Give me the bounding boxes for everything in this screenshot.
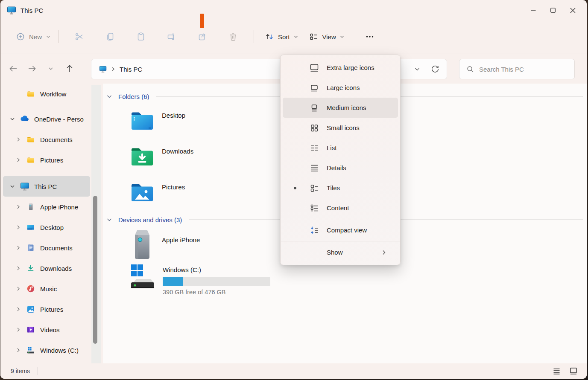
- music-icon: [26, 284, 35, 293]
- refresh-button[interactable]: [426, 60, 444, 78]
- toolbar-divider: [355, 30, 355, 43]
- small-icons-icon: [309, 123, 320, 133]
- this-pc-icon: [20, 182, 29, 191]
- tiles-view-icon: [309, 183, 320, 193]
- copy-button[interactable]: [95, 25, 126, 49]
- chevron-right-icon[interactable]: [15, 285, 22, 292]
- search-icon: [466, 65, 474, 73]
- chevron-right-icon[interactable]: [15, 326, 22, 333]
- large-thumbnails-view-toggle[interactable]: [567, 365, 580, 377]
- menu-separator: [281, 241, 400, 241]
- chevron-right-icon[interactable]: [15, 265, 22, 272]
- plus-circle-icon: [16, 32, 25, 41]
- sidebar-item-videos[interactable]: Videos: [3, 319, 90, 340]
- chevron-down-icon: [106, 217, 112, 223]
- sidebar-item-apple-iphone[interactable]: Apple iPhone: [3, 197, 90, 217]
- share-button[interactable]: [187, 25, 218, 49]
- cut-button[interactable]: [64, 25, 95, 49]
- chevron-right-icon[interactable]: [15, 136, 22, 143]
- search-box[interactable]: [459, 59, 575, 79]
- search-input[interactable]: [479, 66, 570, 73]
- share-icon: [197, 32, 208, 42]
- folder-tile-downloads[interactable]: Downloads: [129, 143, 193, 171]
- thumbnail-icon: [569, 367, 578, 375]
- new-button[interactable]: New: [13, 25, 53, 49]
- menu-item-list[interactable]: List: [283, 138, 398, 158]
- arrow-right-icon: [27, 64, 37, 73]
- breadcrumb[interactable]: This PC: [120, 66, 142, 73]
- chevron-right-icon[interactable]: [15, 347, 22, 354]
- trash-icon: [228, 32, 238, 42]
- menu-item-large-icons[interactable]: Large icons: [283, 78, 398, 98]
- menu-item-details[interactable]: Details: [283, 158, 398, 178]
- details-view-icon: [309, 163, 320, 173]
- forward-button[interactable]: [23, 59, 41, 78]
- downloads-folder-icon: [129, 143, 156, 171]
- back-button[interactable]: [4, 59, 23, 78]
- sidebar-item-documents[interactable]: Documents: [3, 238, 90, 258]
- folder-tile-pictures[interactable]: Pictures: [129, 179, 185, 207]
- menu-item-tiles[interactable]: Tiles: [283, 178, 398, 198]
- paste-button[interactable]: [126, 25, 156, 49]
- medium-icons-icon: [309, 103, 320, 113]
- chevron-right-icon[interactable]: [15, 203, 22, 210]
- chevron-right-icon[interactable]: [15, 224, 22, 231]
- sidebar-item-pictures[interactable]: Pictures: [3, 299, 90, 319]
- chevron-right-icon[interactable]: [15, 244, 22, 251]
- chevron-down-icon[interactable]: [9, 183, 16, 190]
- chevron-down-icon: [46, 34, 51, 39]
- details-view-toggle[interactable]: [550, 365, 563, 377]
- sidebar-item-downloads[interactable]: Downloads: [3, 258, 90, 278]
- windows-drive-icon: [26, 345, 35, 355]
- chevron-down-icon[interactable]: [9, 116, 16, 122]
- iphone-device-icon: [129, 229, 156, 261]
- maximize-button[interactable]: [543, 0, 563, 20]
- sort-button[interactable]: Sort: [259, 25, 304, 49]
- history-dropdown-button[interactable]: [41, 59, 60, 78]
- device-tile-apple-iphone[interactable]: Apple iPhone: [129, 229, 200, 261]
- large-icons-icon: [309, 83, 320, 93]
- sidebar-item-workflow[interactable]: Workflow: [3, 84, 90, 104]
- rename-button[interactable]: [156, 25, 187, 49]
- toolbar-divider: [59, 30, 59, 43]
- menu-item-compact-view[interactable]: Compact view: [283, 220, 398, 240]
- device-tile-windows-c[interactable]: Windows (C:) 390 GB free of 476 GB: [129, 264, 270, 296]
- sidebar-item-this-pc[interactable]: This PC: [3, 176, 90, 197]
- desktop-icon: [26, 223, 35, 232]
- view-dropdown-menu: Extra large icons Large icons Medium ico…: [280, 55, 401, 265]
- sidebar-item-onedrive[interactable]: OneDrive - Perso: [3, 109, 90, 129]
- chevron-right-icon[interactable]: [15, 306, 22, 313]
- sidebar-item-desktop[interactable]: Desktop: [3, 217, 90, 238]
- more-button[interactable]: [360, 25, 379, 49]
- sidebar-scrollbar-thumb[interactable]: [93, 196, 97, 344]
- videos-icon: [26, 325, 35, 334]
- address-dropdown-button[interactable]: [408, 60, 426, 78]
- sidebar-item-documents-onedrive[interactable]: Documents: [3, 129, 90, 150]
- arrow-up-icon: [65, 64, 74, 73]
- chevron-down-icon: [339, 34, 345, 39]
- menu-item-content[interactable]: Content: [283, 198, 398, 218]
- sidebar-item-music[interactable]: Music: [3, 278, 90, 299]
- menu-item-show[interactable]: Show: [283, 242, 398, 262]
- menu-item-small-icons[interactable]: Small icons: [283, 118, 398, 138]
- drive-name: Windows (C:): [163, 266, 270, 273]
- folder-tile-desktop[interactable]: Desktop: [129, 107, 185, 136]
- minimize-button[interactable]: [524, 0, 543, 20]
- folder-icon: [26, 155, 35, 165]
- chevron-right-icon: [381, 249, 387, 255]
- menu-item-extra-large-icons[interactable]: Extra large icons: [283, 58, 398, 78]
- navigation-pane: Workflow OneDrive - Perso Documents Pict…: [0, 84, 102, 363]
- menu-item-medium-icons[interactable]: Medium icons: [283, 98, 398, 118]
- pointer-marker: [200, 14, 204, 28]
- up-button[interactable]: [60, 59, 79, 78]
- sidebar-item-windows-c[interactable]: Windows (C:): [3, 340, 90, 360]
- sidebar-scrollbar-track[interactable]: [91, 85, 101, 363]
- sidebar-item-pictures-onedrive[interactable]: Pictures: [3, 150, 90, 170]
- view-button[interactable]: View: [304, 25, 350, 49]
- close-button[interactable]: [563, 0, 582, 20]
- ellipsis-icon: [365, 32, 375, 42]
- chevron-right-icon[interactable]: [15, 157, 22, 163]
- item-count: 9 items: [11, 368, 30, 374]
- delete-button[interactable]: [218, 25, 249, 49]
- status-divider: [38, 367, 38, 375]
